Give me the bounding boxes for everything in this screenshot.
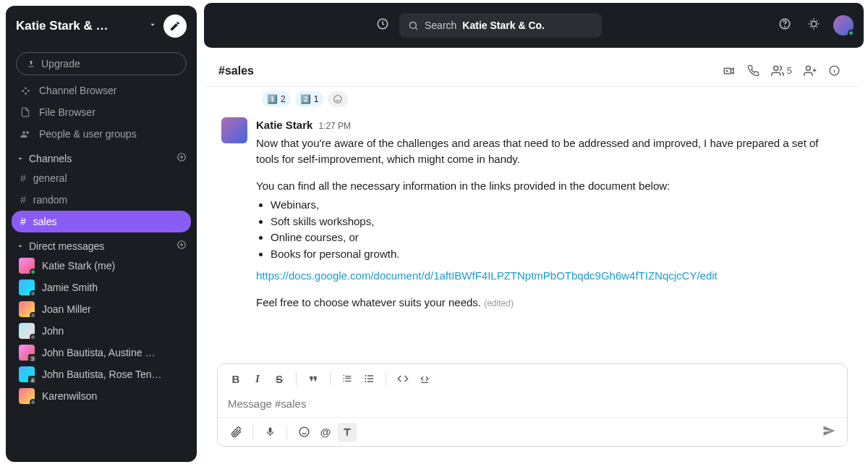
channel-header: #sales 5: [204, 55, 861, 87]
formatting-toolbar: B I S: [218, 364, 847, 393]
message-list-items: Webinars,Soft skills workshops,Online co…: [271, 197, 843, 262]
hash-icon: #: [20, 172, 26, 184]
video-call-button[interactable]: [717, 62, 741, 80]
emoji-button[interactable]: [294, 423, 313, 442]
dm-item[interactable]: Jamie Smith: [12, 277, 191, 298]
file-icon: [19, 107, 32, 117]
bullet-list-button[interactable]: [359, 369, 378, 388]
nav-channel-browser[interactable]: Channel Browser: [12, 80, 191, 101]
quote-button[interactable]: [304, 369, 323, 388]
bold-button[interactable]: B: [226, 369, 245, 388]
add-channel-button[interactable]: [176, 152, 187, 164]
edited-label: (edited): [484, 298, 514, 308]
send-button[interactable]: [820, 421, 838, 443]
workspace-name: Katie Stark & …: [16, 19, 142, 33]
search-box[interactable]: Search Katie Stark & Co.: [399, 13, 602, 38]
user-avatar[interactable]: [833, 15, 854, 35]
add-dm-button[interactable]: [176, 240, 187, 252]
message-list[interactable]: 1️⃣2 2️⃣1 Katie Stark 1:27 PM Now that y…: [204, 87, 861, 359]
topbar: Search Katie Stark & Co.: [204, 3, 864, 48]
avatar: [19, 301, 35, 317]
upgrade-button[interactable]: Upgrade: [16, 52, 187, 75]
svg-point-12: [365, 378, 366, 379]
add-reaction-button[interactable]: [328, 91, 348, 107]
history-button[interactable]: [376, 17, 389, 33]
avatar: 3: [19, 345, 35, 361]
avatar: [19, 279, 35, 295]
people-icon: [19, 129, 32, 140]
channel-browser-icon: [19, 85, 32, 96]
chevron-down-icon: [16, 242, 25, 251]
channels-section[interactable]: Channels: [6, 145, 197, 167]
message-text: Now that you're aware of the challenges …: [256, 135, 843, 168]
strike-button[interactable]: S: [270, 369, 289, 388]
message-text: You can find all the necessary informati…: [256, 178, 843, 195]
message-link[interactable]: https://docs.google.com/document/d/1aftI…: [256, 269, 718, 282]
svg-point-7: [774, 66, 778, 70]
dm-item[interactable]: Katie Stark (me): [12, 255, 191, 277]
svg-point-2: [410, 22, 417, 28]
avatar: 4: [19, 366, 35, 382]
avatar: [19, 323, 35, 339]
italic-button[interactable]: I: [248, 369, 267, 388]
svg-point-4: [785, 26, 786, 27]
sidebar: Katie Stark & … Upgrade Channel Browser …: [6, 6, 197, 462]
message-input[interactable]: Message #sales: [218, 393, 847, 417]
chevron-down-icon: [16, 154, 25, 163]
add-member-button[interactable]: [798, 62, 822, 80]
code-block-button[interactable]: [415, 369, 434, 388]
chevron-down-icon: [148, 20, 158, 33]
message-avatar[interactable]: [221, 117, 247, 143]
nav-file-browser[interactable]: File Browser: [12, 101, 191, 123]
message-author[interactable]: Katie Stark: [256, 117, 312, 134]
upgrade-label: Upgrade: [41, 58, 80, 70]
hash-icon: #: [20, 216, 26, 227]
message-time: 1:27 PM: [318, 119, 351, 132]
dms-section[interactable]: Direct messages: [6, 232, 197, 255]
list-item: Webinars,: [271, 197, 843, 214]
avatar: [19, 258, 35, 274]
channel-sales[interactable]: #sales: [12, 211, 191, 232]
activity-button[interactable]: [804, 14, 823, 36]
channel-info-button[interactable]: [822, 62, 846, 80]
formatting-toggle[interactable]: [338, 423, 357, 442]
compose-button[interactable]: [163, 14, 187, 38]
message-composer: B I S: [217, 363, 848, 447]
channel-general[interactable]: #general: [12, 167, 191, 189]
svg-point-5: [811, 21, 817, 27]
message-text: Feel free to choose whatever suits your …: [256, 295, 843, 311]
svg-point-10: [334, 96, 342, 104]
svg-point-11: [365, 375, 366, 376]
channel-random[interactable]: #random: [12, 189, 191, 211]
message: Katie Stark 1:27 PM Now that you're awar…: [221, 113, 843, 322]
phone-call-button[interactable]: [741, 62, 765, 80]
list-item: Soft skills workshops,: [271, 214, 843, 230]
dm-item[interactable]: John: [12, 320, 191, 342]
code-button[interactable]: [393, 369, 412, 388]
mention-button[interactable]: @: [316, 423, 335, 442]
reaction[interactable]: 1️⃣2: [262, 91, 291, 107]
audio-button[interactable]: [260, 423, 279, 442]
svg-point-13: [365, 381, 366, 382]
svg-point-14: [299, 427, 309, 437]
channel-title[interactable]: #sales: [218, 64, 254, 77]
main-area: Search Katie Stark & Co. #sales 5: [197, 0, 868, 467]
ordered-list-button[interactable]: [338, 369, 357, 388]
hash-icon: #: [20, 194, 26, 206]
reactions-row: 1️⃣2 2️⃣1: [221, 87, 843, 113]
nav-people-groups[interactable]: People & user groups: [12, 123, 191, 145]
search-icon: [408, 20, 419, 31]
dm-item[interactable]: Karenwilson: [12, 385, 191, 407]
members-button[interactable]: 5: [765, 62, 798, 80]
dm-item[interactable]: 3John Bautista, Austine …: [12, 342, 191, 363]
dm-item[interactable]: 4John Bautista, Rose Ten…: [12, 363, 191, 385]
reaction[interactable]: 2️⃣1: [295, 91, 324, 107]
list-item: Online courses, or: [271, 230, 843, 246]
help-button[interactable]: [775, 14, 794, 36]
list-item: Books for personal growth.: [271, 246, 843, 263]
dm-item[interactable]: Joan Miller: [12, 298, 191, 320]
avatar: [19, 388, 35, 404]
composer-actions: @: [218, 417, 847, 446]
attach-button[interactable]: [226, 423, 245, 442]
workspace-switcher[interactable]: Katie Stark & …: [6, 6, 197, 46]
